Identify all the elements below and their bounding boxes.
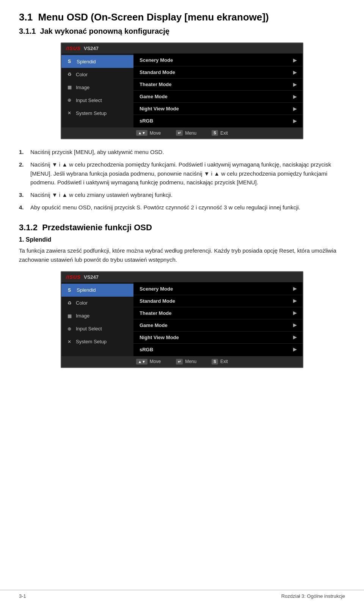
menu-label-scenery-1: Scenery Mode	[140, 57, 173, 63]
item-num-1: 1.	[19, 148, 27, 156]
osd-footer-1: ▲▼ Move ↵ Menu S Exit	[61, 127, 303, 138]
menu-icon-2: ↵	[176, 359, 183, 365]
list-item-1: 1. Naciśnij przycisk [MENU], aby uaktywn…	[19, 148, 345, 156]
image-icon-1: ▦	[66, 84, 73, 91]
instruction-list: 1. Naciśnij przycisk [MENU], aby uaktywn…	[19, 148, 345, 212]
menu-item-nightview-2[interactable]: Night View Mode ▶	[133, 332, 303, 344]
sidebar-item-input-1[interactable]: ⊕ Input Select	[61, 94, 133, 107]
sidebar-item-color-1[interactable]: ♻ Color	[61, 68, 133, 81]
item-num-4: 4.	[19, 203, 27, 212]
sidebar-label-system-1: System Setup	[76, 110, 107, 116]
list-item-2: 2. Naciśnij ▼ i ▲ w celu przechodzenia p…	[19, 160, 345, 187]
monitor-header-2: /ISUS VS247	[61, 272, 303, 282]
system-icon-2: ✕	[66, 338, 73, 345]
menu-item-nightview-1[interactable]: Night View Mode ▶	[133, 103, 303, 115]
menu-item-scenery-1[interactable]: Scenery Mode ▶	[133, 54, 303, 66]
menu-icon-1: ↵	[176, 130, 183, 136]
arrow-scenery-1: ▶	[293, 58, 297, 63]
page-footer: 3-1 Rozdział 3: Ogólne instrukcje	[0, 590, 364, 602]
subsection-2-title: 3.1.2 Przedstawienie funkcji OSD	[19, 223, 345, 233]
sidebar-label-system-2: System Setup	[76, 339, 107, 344]
asus-logo-1: /ISUS	[66, 46, 81, 51]
section-heading-text: Menu OSD (On-Screen Display [menu ekrano…	[38, 11, 269, 23]
item-text-1: Naciśnij przycisk [MENU], aby uaktywnić …	[30, 148, 164, 156]
menu-label-scenery-2: Scenery Mode	[140, 286, 173, 292]
sidebar-label-input-2: Input Select	[76, 326, 102, 332]
menu-item-standard-1[interactable]: Standard Mode ▶	[133, 66, 303, 79]
section-number: 3.1	[19, 11, 33, 23]
menu-item-game-1[interactable]: Game Mode ▶	[133, 91, 303, 103]
menu-label-game-2: Game Mode	[140, 322, 168, 328]
menu-label-nightview-1: Night View Mode	[140, 106, 179, 112]
menu-label-srgb-2: sRGB	[140, 347, 153, 352]
splendid-description: Ta funkcja zawiera sześć podfunkcji, któ…	[19, 246, 345, 264]
footer-move-1: ▲▼ Move	[136, 130, 161, 136]
footer-menu-2: ↵ Menu	[176, 359, 196, 365]
menu-label-srgb-1: sRGB	[140, 118, 153, 124]
osd-footer-2: ▲▼ Move ↵ Menu S Exit	[61, 356, 303, 367]
arrow-standard-1: ▶	[293, 70, 297, 75]
sidebar-item-image-2[interactable]: ▦ Image	[61, 310, 133, 322]
arrow-srgb-1: ▶	[293, 118, 297, 124]
arrow-theater-2: ▶	[293, 310, 297, 316]
osd-body-1: S Splendid ♻ Color ▦ Image ⊕ Input Selec…	[61, 53, 303, 127]
splendid-subheading: 1. Splendid	[19, 236, 345, 243]
item-num-3: 3.	[19, 190, 27, 199]
list-item-4: 4. Aby opuścić menu OSD, naciśnij przyci…	[19, 203, 345, 212]
item-num-2: 2.	[19, 160, 27, 187]
footer-exit-2: S Exit	[212, 359, 228, 365]
menu-label-theater-2: Theater Mode	[140, 310, 172, 316]
input-icon-2: ⊕	[66, 325, 73, 332]
sidebar-item-color-2[interactable]: ♻ Color	[61, 297, 133, 310]
menu-item-theater-1[interactable]: Theater Mode ▶	[133, 79, 303, 91]
menu-label-game-1: Game Mode	[140, 94, 168, 99]
model-name-1: VS247	[84, 46, 99, 51]
menu-label-standard-2: Standard Mode	[140, 298, 175, 304]
sidebar-item-input-2[interactable]: ⊕ Input Select	[61, 322, 133, 335]
monitor-header-1: /ISUS VS247	[61, 43, 303, 53]
sidebar-item-splendid-1[interactable]: S Splendid	[61, 55, 133, 68]
sidebar-item-splendid-2[interactable]: S Splendid	[61, 284, 133, 297]
footer-menu-label-1: Menu	[185, 130, 196, 136]
sidebar-label-splendid-1: Splendid	[77, 59, 96, 64]
sidebar-label-input-1: Input Select	[76, 97, 102, 103]
item-text-3: Naciśnij ▼ i ▲ w celu zmiany ustawień wy…	[30, 190, 173, 199]
footer-move-2: ▲▼ Move	[136, 359, 161, 365]
footer-menu-label-2: Menu	[185, 359, 196, 364]
osd-body-2: S Splendid ♻ Color ▦ Image ⊕ Input Selec…	[61, 282, 303, 356]
menu-item-standard-2[interactable]: Standard Mode ▶	[133, 295, 303, 307]
subsection1-text: Jak wykonać ponowną konfigurację	[40, 27, 169, 35]
arrow-scenery-2: ▶	[293, 286, 297, 291]
footer-left: 3-1	[19, 593, 26, 599]
subsection2-number: 3.1.2	[19, 223, 38, 232]
item-text-2: Naciśnij ▼ i ▲ w celu przechodzenia pomi…	[30, 160, 345, 187]
sidebar-item-system-1[interactable]: ✕ System Setup	[61, 107, 133, 119]
sidebar-item-image-1[interactable]: ▦ Image	[61, 81, 133, 94]
sidebar-label-image-2: Image	[76, 313, 89, 319]
sidebar-item-system-2[interactable]: ✕ System Setup	[61, 335, 133, 348]
osd-main-1: Scenery Mode ▶ Standard Mode ▶ Theater M…	[133, 53, 303, 127]
arrow-nightview-1: ▶	[293, 106, 297, 112]
menu-item-srgb-2[interactable]: sRGB ▶	[133, 344, 303, 355]
color-icon-1: ♻	[66, 71, 73, 78]
color-icon-2: ♻	[66, 300, 73, 307]
section-title: 3.1 Menu OSD (On-Screen Display [menu ek…	[19, 11, 345, 23]
model-name-2: VS247	[84, 274, 99, 280]
menu-label-theater-1: Theater Mode	[140, 82, 172, 87]
arrow-standard-2: ▶	[293, 298, 297, 303]
arrow-srgb-2: ▶	[293, 347, 297, 352]
menu-item-theater-2[interactable]: Theater Mode ▶	[133, 307, 303, 319]
splendid-icon-1: S	[66, 58, 73, 65]
system-icon-1: ✕	[66, 110, 73, 116]
osd-sidebar-2: S Splendid ♻ Color ▦ Image ⊕ Input Selec…	[61, 282, 133, 356]
menu-item-srgb-1[interactable]: sRGB ▶	[133, 115, 303, 127]
menu-item-scenery-2[interactable]: Scenery Mode ▶	[133, 283, 303, 295]
arrow-nightview-2: ▶	[293, 335, 297, 340]
menu-item-game-2[interactable]: Game Mode ▶	[133, 319, 303, 332]
osd-sidebar-1: S Splendid ♻ Color ▦ Image ⊕ Input Selec…	[61, 53, 133, 127]
subsection1-number: 3.1.1	[19, 27, 36, 35]
footer-right: Rozdział 3: Ogólne instrukcje	[281, 593, 345, 599]
footer-exit-label-1: Exit	[220, 130, 228, 136]
sidebar-label-image-1: Image	[76, 85, 89, 90]
move-icon-2: ▲▼	[136, 359, 147, 365]
